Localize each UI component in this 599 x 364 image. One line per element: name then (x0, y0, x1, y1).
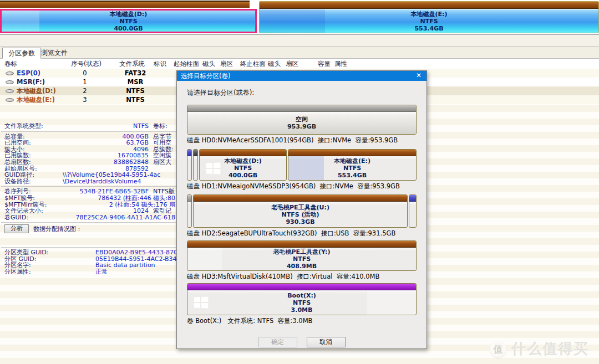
sliver-body (409, 202, 416, 227)
msr-strip (194, 150, 197, 156)
separator (1, 247, 177, 248)
ok-button[interactable]: 确定 (258, 337, 297, 347)
col-capacity: 容量 (318, 59, 331, 69)
partition-fs: NTFS (119, 18, 137, 25)
disk-caption-hd1: 磁盘 HD1:NVMeaigoNVMeSSDP3(954GB) 接口:NVMe … (187, 182, 417, 191)
detail-value: \Device\HarddiskVolume4 (63, 178, 141, 184)
disk-icon (6, 80, 14, 84)
detail-label: 已用空间: (4, 140, 31, 146)
detail-row: $MFT簇号: 786432 (柱面:446 磁头:80 (0, 195, 179, 202)
left-sliver-block[interactable] (187, 194, 192, 228)
smzdm-logo-icon: 值 (490, 341, 506, 357)
diskgenius-window: { "diskmap": { "partitions": [ { "name":… (0, 0, 599, 364)
detail-value: 78E25C2A-9406-4A11-A1AC-618 (55, 214, 175, 221)
boot-strip (187, 284, 416, 290)
col-volume-label: 卷标 (4, 59, 17, 69)
partition-block-laomaotao-u[interactable]: 老毛桃PE工具盘(U:) NTFS (活动) 930.3GB (193, 194, 408, 228)
dialog-prompt: 请选择目标分区(或卷): (187, 88, 427, 98)
detail-label: 设备路径: (4, 178, 31, 184)
row-filesystem: NTFS (119, 95, 151, 104)
partition-body: 老毛桃PE工具盘(U:) NTFS (活动) 930.3GB (194, 202, 407, 227)
separator (1, 131, 177, 132)
msr-body (194, 156, 197, 180)
block-name: 本地磁盘(E:) (334, 157, 370, 165)
diskmap-partition-d[interactable]: 本地磁盘(D:) NTFS 400.0GB (0, 1, 257, 33)
dialog-title-bar[interactable]: 选择目标分区(卷) ✕ (177, 71, 427, 81)
smzdm-watermark-text: 什么值得买 (511, 339, 589, 358)
partition-bar-d[interactable]: 本地磁盘(D:) NTFS 400.0GB (0, 9, 257, 33)
partition-bar-e[interactable]: 本地磁盘(E:) NTFS 553.4GB (260, 9, 598, 33)
analyze-row: 分析 数据分配情况图 : (0, 224, 179, 234)
esp-body (187, 156, 191, 180)
detail-value: \\?\Volume{05e19b44-5951-4ac (63, 172, 160, 178)
block-fs: NTFS (234, 165, 252, 172)
partition-name: 本地磁盘(D:) (110, 11, 148, 18)
gpt-row: 分区类型 GUID: EBD0A0A2-B9E5-4433-87C0-68B (0, 249, 179, 256)
disk-icon (6, 89, 14, 93)
row-index: 3 (71, 95, 99, 104)
gpt-value: EBD0A0A2-B9E5-4433-87C0-68B (95, 249, 179, 255)
row-volume-label: ESP(0) (17, 69, 40, 78)
disk-caption-hd0: 磁盘 HD0:NVMeAcerSSDFA1001(954GB) 接口:NVMe … (187, 136, 417, 145)
detail-row: 已用空间: 63.7GB 可用空 (0, 140, 179, 146)
partition-fs: NTFS (420, 18, 438, 25)
gpt-value: Basic data partition (95, 262, 155, 268)
free-space-block[interactable]: 空闲 953.9GB (187, 105, 417, 135)
block-name: 空闲 (296, 116, 308, 123)
partition-type-strip (0, 1, 250, 8)
partition-body: 老毛桃PE工具盘(Y:) NTFS 408.9MB (187, 248, 416, 270)
ntfs-strip (187, 241, 416, 248)
gpt-info-panel: 分区类型 GUID: EBD0A0A2-B9E5-4433-87C0-68B 分… (0, 245, 179, 275)
row-index: 1 (71, 78, 99, 86)
partition-block-local-d[interactable]: 本地磁盘(D:) NTFS 400.0GB (199, 149, 287, 181)
cancel-button[interactable]: 取消 (307, 337, 346, 347)
col-identifier: 标识 (154, 59, 166, 69)
gray-strip (187, 195, 191, 202)
col-attribute: 属性 (334, 59, 347, 69)
msr-sliver-block[interactable] (193, 149, 198, 181)
disk-info-bar: 3 序列号:0000000000000000. 容量:953.9GB(97676… (0, 34, 599, 47)
detail-value: 838862848 (55, 159, 149, 165)
block-size: 3.0MB (291, 306, 313, 314)
block-name: 本地磁盘(D:) (224, 157, 262, 165)
block-fs: NTFS (343, 165, 361, 172)
tab-browse-files[interactable]: 浏览文件 (35, 48, 73, 59)
detail-label: $MFT簇号: (4, 195, 35, 201)
disk-row-hd2: 老毛桃PE工具盘(U:) NTFS (活动) 930.3GB (187, 194, 417, 228)
used-space-overlay (260, 9, 325, 33)
partition-body: 本地磁盘(E:) NTFS 553.4GB (288, 156, 416, 180)
detail-row: 文件系统类型: NTFS 卷标: (0, 123, 179, 130)
block-fs: NTFS (293, 255, 311, 263)
row-index: 2 (71, 86, 99, 95)
analyze-button[interactable]: 分析 (4, 224, 29, 233)
indigo-strip (409, 195, 416, 202)
free-space-strip (187, 105, 416, 112)
block-size: 400.0GB (229, 172, 257, 179)
detail-label: 卷GUID: (4, 214, 28, 221)
disk-row-hd0: 空闲 953.9GB (187, 105, 417, 135)
right-sliver-block[interactable] (409, 194, 417, 228)
detail-label: 文件记录大小: (4, 208, 43, 214)
esp-strip (187, 150, 191, 156)
detail-value: 786432 (柱面:446 磁头:80 (55, 195, 175, 201)
detail-label: 文件系统类型: (4, 123, 43, 129)
disk-row-hd1: 本地磁盘(D:) NTFS 400.0GB 本地磁盘(E:) NTFS 553.… (187, 149, 417, 181)
partition-block-laomaotao-y[interactable]: 老毛桃PE工具盘(Y:) NTFS 408.9MB (187, 240, 417, 271)
col-start-cylinder: 起始柱面 (174, 59, 199, 69)
gpt-label: 分区类型 GUID: (4, 249, 49, 255)
esp-sliver-block[interactable] (187, 149, 192, 181)
col-head-2: 磁头 (268, 59, 281, 69)
diskmap-partition-e[interactable]: 本地磁盘(E:) NTFS 553.4GB (259, 1, 599, 33)
gpt-row: 分区属性: 正常 (0, 269, 179, 275)
partition-body: Boot(X:) NTFS 3.0MB (187, 290, 416, 315)
col-filesystem: 文件系统 (119, 59, 145, 69)
detail-row: 卷GUID: 78E25C2A-9406-4A11-A1AC-618 (0, 214, 179, 221)
row-filesystem: FAT32 (119, 69, 151, 78)
partition-block-local-e[interactable]: 本地磁盘(E:) NTFS 553.4GB (288, 149, 417, 181)
close-icon[interactable]: ✕ (411, 71, 427, 81)
volume-block-boot-x[interactable]: Boot(X:) NTFS 3.0MB (187, 283, 417, 315)
disk-row-hd3: 老毛桃PE工具盘(Y:) NTFS 408.9MB (187, 240, 417, 271)
dialog-buttons: 确定 取消 (177, 337, 427, 347)
detail-value: NTFS (55, 123, 149, 129)
volume-row-boot: Boot(X:) NTFS 3.0MB (187, 283, 417, 315)
